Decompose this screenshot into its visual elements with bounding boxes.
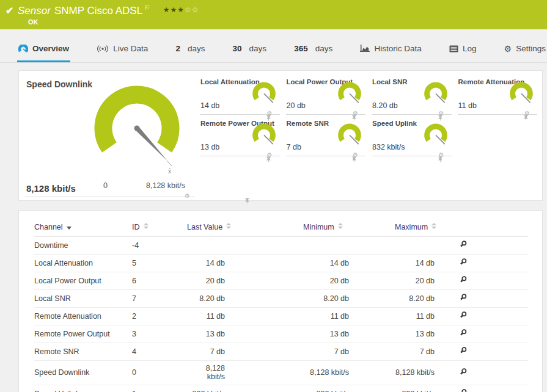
mini-gauge-dial <box>249 81 279 108</box>
mini-gauge-empty-cell <box>458 118 538 156</box>
channel-maximum: 7 db <box>395 343 459 361</box>
pin-icon[interactable] <box>351 156 357 162</box>
column-label: Maximum <box>395 223 428 231</box>
mini-gauge-speed-uplink: Speed Uplink 832 kbit/s ⚙ <box>372 118 452 156</box>
mini-gauge-dial <box>335 81 364 108</box>
chart-icon <box>360 45 370 53</box>
mini-gauge-value: 7 db <box>287 143 301 151</box>
main-gauge-speed-downlink: Speed Downlink x̄ 0 8,128 kbit/s 8,128 k… <box>25 76 196 198</box>
channel-name: Speed Uplink <box>34 385 132 392</box>
pin-icon[interactable] <box>244 198 250 204</box>
channel-id: 7 <box>132 290 187 308</box>
channel-table: Channel ID Last Value Minimum Maximum Do… <box>34 219 528 392</box>
column-header-channel[interactable]: Channel <box>34 219 132 237</box>
channel-settings-wrench-icon[interactable] <box>459 240 468 249</box>
channel-minimum: 14 db <box>303 255 395 272</box>
channel-name: Local Power Output <box>34 272 132 290</box>
channel-settings-wrench-icon[interactable] <box>459 293 468 302</box>
column-header-minimum[interactable]: Minimum <box>303 219 395 237</box>
channel-id: 1 <box>132 385 187 392</box>
tab-label: days <box>188 44 205 53</box>
channel-name: Local Attenuation <box>34 255 132 272</box>
mini-gauge-value: 13 db <box>200 143 219 151</box>
channel-settings-wrench-icon[interactable] <box>459 275 468 284</box>
table-row: Local SNR 7 8.20 db 8.20 db 8.20 db <box>34 290 528 308</box>
channel-settings-wrench-icon[interactable] <box>459 346 468 355</box>
tab-label: days <box>315 44 333 53</box>
channel-minimum: 8,128 kbit/s <box>303 361 395 385</box>
channel-minimum: 7 db <box>303 343 395 361</box>
channel-maximum: 20 db <box>395 272 459 290</box>
channel-maximum: 11 db <box>395 308 459 325</box>
sort-icon <box>338 223 343 229</box>
channel-settings-wrench-icon[interactable] <box>459 368 468 376</box>
table-row: Downtime -4 <box>34 237 528 255</box>
channel-last-value: 14 db <box>187 255 303 272</box>
mini-gauge-dial <box>507 81 536 108</box>
mini-gauge-value: 8.20 db <box>372 101 398 110</box>
channel-id: 5 <box>132 255 187 272</box>
channel-id: 2 <box>132 308 187 325</box>
column-label: ID <box>132 223 140 231</box>
tab-label: Overview <box>32 44 69 53</box>
mini-gauge-dial <box>421 123 450 150</box>
table-row: Local Power Output 6 20 db 20 db 20 db <box>34 272 528 290</box>
channel-settings-wrench-icon[interactable] <box>459 311 468 319</box>
star-icon[interactable]: ★ <box>177 5 185 14</box>
tab-365-days[interactable]: 365days <box>293 37 334 62</box>
sort-icon <box>144 223 149 229</box>
table-row: Speed Uplink 1 832 kbit/s 832 kbit/s 832… <box>34 385 528 392</box>
channel-maximum: 13 db <box>395 325 459 343</box>
table-row: Local Attenuation 5 14 db 14 db 14 db <box>34 255 528 272</box>
pin-icon[interactable] <box>438 156 443 162</box>
channel-last-value <box>187 237 303 255</box>
priority-flag-icon[interactable]: ⚐ <box>144 4 150 11</box>
star-icon[interactable]: ☆ <box>192 5 199 14</box>
star-icon[interactable]: ★ <box>163 5 171 14</box>
sensor-title: SNMP Cisco ADSL <box>54 5 142 16</box>
table-row: Remote Power Output 3 13 db 13 db 13 db <box>34 325 528 343</box>
pin-icon[interactable] <box>266 156 271 162</box>
speed-downlink-gauge: x̄ <box>85 81 189 180</box>
channel-name: Downtime <box>34 237 132 255</box>
tab-historic-data[interactable]: Historic Data <box>359 37 422 62</box>
mini-gauge-dial <box>421 81 450 108</box>
tab-label: days <box>249 44 267 53</box>
tab-30-days[interactable]: 30days <box>232 37 268 62</box>
tab-number: 30 <box>233 44 242 53</box>
mini-gauge-dial <box>249 123 279 150</box>
star-icon[interactable]: ☆ <box>185 5 192 14</box>
channel-minimum: 13 db <box>303 325 395 343</box>
channel-settings-wrench-icon[interactable] <box>459 388 468 392</box>
mini-gauge-dial <box>335 123 364 150</box>
mini-gauge-title: Remote SNR <box>287 120 329 127</box>
tab-log[interactable]: Log <box>448 37 478 62</box>
channel-id: 4 <box>132 343 187 361</box>
channel-last-value: 13 db <box>187 325 303 343</box>
mini-gauge-title: Local SNR <box>372 78 408 85</box>
gauge-icon <box>18 45 28 53</box>
column-header-last-value[interactable]: Last Value <box>187 219 303 237</box>
column-header-maximum[interactable]: Maximum <box>395 219 459 237</box>
gauge-current-value: 8,128 kbit/s <box>26 183 76 194</box>
channel-settings-wrench-icon[interactable] <box>459 258 468 266</box>
channel-last-value: 8.20 db <box>187 290 303 308</box>
gear-icon[interactable]: ⚙ <box>185 193 190 199</box>
tab-live-data[interactable]: Live Data <box>95 37 149 62</box>
channel-name: Local SNR <box>34 290 132 308</box>
tab-number: 2 <box>175 44 180 53</box>
table-row: Remote SNR 4 7 db 7 db 7 db <box>34 343 528 361</box>
table-row: Remote Attenuation 2 11 db 11 db 11 db <box>34 308 528 325</box>
tab-settings[interactable]: ⚙ Settings <box>503 37 547 62</box>
channel-name: Remote SNR <box>34 343 132 361</box>
channel-settings-wrench-icon[interactable] <box>459 328 468 337</box>
sensor-type-prefix: Sensor <box>18 5 51 16</box>
star-icon[interactable]: ★ <box>170 5 177 14</box>
channel-maximum: 14 db <box>395 255 459 272</box>
column-header-id[interactable]: ID <box>132 219 187 237</box>
mini-gauge-local-power-output: Local Power Output 20 db ⚙ <box>286 77 366 115</box>
tab-2-days[interactable]: 2days <box>174 37 206 62</box>
sensor-rating[interactable]: ★★★☆☆ <box>163 5 199 14</box>
live-data-icon <box>97 45 109 53</box>
tab-overview[interactable]: Overview <box>17 37 70 62</box>
